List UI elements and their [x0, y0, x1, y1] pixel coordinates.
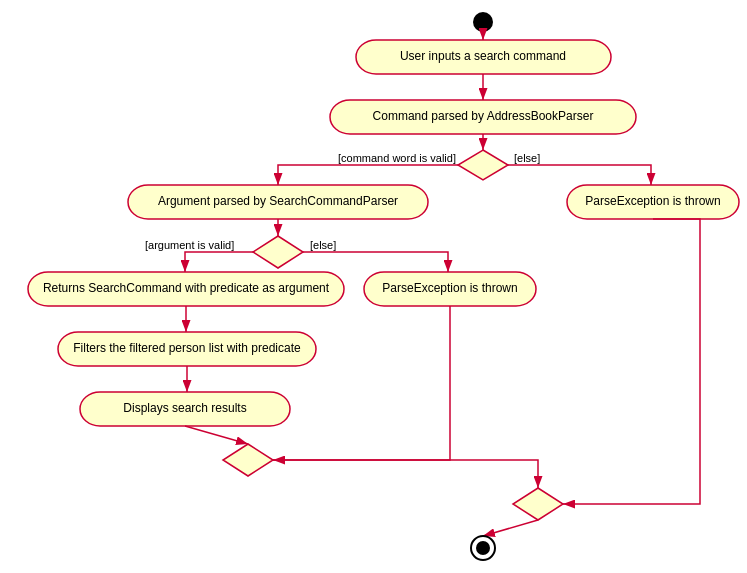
node-parse-exception1-label: ParseException is thrown	[585, 194, 720, 208]
arrow-pe2-d3	[273, 306, 450, 460]
label-valid1: [command word is valid]	[338, 152, 456, 164]
label-valid2: [argument is valid]	[145, 239, 234, 251]
diamond4	[513, 488, 563, 520]
diamond2	[253, 236, 303, 268]
node-returns-search-label: Returns SearchCommand with predicate as …	[43, 281, 330, 295]
arrow-d2-returns	[185, 252, 253, 272]
arrow-pe1-d4	[563, 219, 700, 504]
node-argument-parsed-label: Argument parsed by SearchCommandParser	[158, 194, 398, 208]
arrow-d1-pe1	[508, 165, 651, 185]
arrow-d2-pe2	[303, 252, 448, 272]
node-command-parsed-label: Command parsed by AddressBookParser	[373, 109, 594, 123]
arrow-d1-argparsed	[278, 165, 458, 185]
node-displays-label: Displays search results	[123, 401, 246, 415]
start-node	[473, 12, 493, 32]
diamond3	[223, 444, 273, 476]
diagram-container: User inputs a search command Command par…	[0, 0, 747, 573]
end-node-inner	[476, 541, 490, 555]
diamond1	[458, 150, 508, 180]
node-user-input-label: User inputs a search command	[400, 49, 566, 63]
node-filters-label: Filters the filtered person list with pr…	[73, 341, 301, 355]
label-else2: [else]	[310, 239, 336, 251]
node-parse-exception2-label: ParseException is thrown	[382, 281, 517, 295]
arrow-d4-end	[483, 520, 538, 536]
arrow-d3-d4	[273, 460, 538, 488]
label-else1: [else]	[514, 152, 540, 164]
arrow-displays-d3	[185, 426, 248, 444]
